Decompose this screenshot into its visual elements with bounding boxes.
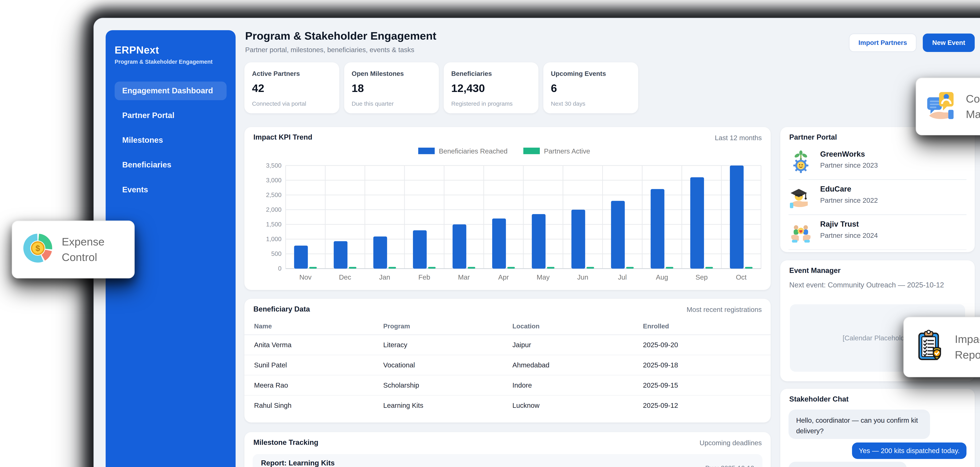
sidebar-item-engagement-dashboard[interactable]: Engagement Dashboard [115, 81, 227, 100]
kpi-card-beneficiaries: Beneficiaries12,430Registered in program… [444, 62, 539, 113]
brand-subtitle: Program & Stakeholder Engagement [115, 59, 227, 65]
bar-partners-mar [468, 267, 475, 269]
sidebar-item-beneficiaries[interactable]: Beneficiaries [115, 156, 227, 174]
bar-beneficiaries-jun [571, 210, 585, 269]
table-cell: 2025-09-12 [643, 402, 771, 410]
expense-control-badge[interactable]: $ Expense Control [12, 221, 135, 278]
table-row[interactable]: Rahul SinghLearning KitsLucknow2025-09-1… [244, 395, 771, 415]
table-cell: Vocational [383, 361, 512, 369]
chat-message-outgoing: Yes — 200 kits dispatched today. [852, 443, 966, 459]
svg-text:Nov: Nov [299, 273, 312, 281]
table-row[interactable]: Meera RaoScholarshipIndore2025-09-15 [244, 375, 771, 395]
sidebar-nav: Engagement DashboardPartner PortalMilest… [115, 81, 227, 199]
chat-message-incoming: Hello, coordinator — can you confirm kit… [789, 410, 930, 439]
svg-text:Mar: Mar [458, 273, 470, 281]
table-cell: Jaipur [512, 341, 643, 349]
bar-beneficiaries-may [532, 214, 546, 269]
svg-text:Jan: Jan [379, 273, 390, 281]
svg-text:Feb: Feb [418, 273, 430, 281]
bar-beneficiaries-apr [492, 218, 506, 269]
kpi-value: 6 [551, 82, 557, 94]
calendar-placeholder-text: [Calendar Placeholder] [843, 334, 913, 342]
kpi-caption: Registered in programs [451, 100, 512, 107]
table-cell: Indore [512, 381, 643, 389]
brand-title: ERPNext [115, 44, 227, 56]
kpi-card-open-milestones: Open Milestones18Due this quarter [344, 62, 439, 113]
kpi-caption: Connected via portal [252, 100, 306, 107]
svg-text:Jun: Jun [577, 273, 589, 281]
table-col-program: Program [383, 322, 512, 330]
bar-beneficiaries-jul [611, 201, 625, 269]
kpi-card-upcoming-events: Upcoming Events6Next 30 days [543, 62, 638, 113]
divider [789, 214, 966, 215]
svg-text:Partners Active: Partners Active [544, 147, 590, 155]
svg-text:Apr: Apr [498, 273, 509, 281]
partner-item-greenworks[interactable]: GreenWorksPartner since 2023 [789, 148, 966, 179]
stakeholder-chat-card: Stakeholder Chat Hello, coordinator — ca… [780, 389, 975, 467]
svg-text:500: 500 [271, 250, 282, 257]
screenshot-stage: ERPNext Program & Stakeholder Engagement… [0, 0, 980, 467]
table-body: Anita VermaLiteracyJaipur2025-09-20Sunil… [244, 335, 771, 415]
kpi-label: Active Partners [252, 70, 300, 77]
table-cell: Ahmedabad [512, 361, 643, 369]
svg-text:2,000: 2,000 [266, 206, 282, 213]
bar-beneficiaries-mar [453, 225, 466, 269]
bar-beneficiaries-aug [651, 189, 665, 269]
kpi-caption: Next 30 days [551, 100, 585, 107]
kpi-label: Open Milestones [352, 70, 404, 77]
new-event-button[interactable]: New Event [923, 33, 975, 52]
table-cell: Meera Rao [254, 381, 383, 389]
next-event-text: Next event: Community Outreach — 2025-10… [789, 281, 966, 289]
partner-since: Partner since 2022 [820, 196, 878, 204]
chat-message-partial [789, 462, 907, 467]
growth-gear-icon [789, 149, 813, 174]
sidebar-item-milestones[interactable]: Milestones [115, 131, 227, 150]
bar-partners-may [547, 267, 555, 269]
bar-partners-feb [428, 267, 436, 269]
partner-name: GreenWorks [820, 150, 865, 158]
bar-beneficiaries-feb [413, 230, 427, 269]
chart-title: Impact KPI Trend [253, 133, 312, 141]
bar-beneficiaries-oct [730, 166, 744, 269]
bar-partners-jul [626, 267, 634, 269]
table-cell: 2025-09-18 [643, 361, 771, 369]
milestone-item[interactable]: Report: Learning Kits Due: 2025-10-10 [253, 454, 762, 467]
divider [789, 249, 966, 250]
bar-beneficiaries-jan [373, 236, 387, 269]
milestone-title: Milestone Tracking [253, 438, 318, 446]
kpi-value: 12,430 [451, 82, 485, 94]
badge-label: Expense Control [62, 234, 124, 265]
event-manager-title: Event Manager [789, 266, 841, 275]
badge-label: Impact Reporting [955, 332, 980, 362]
sidebar-item-partner-portal[interactable]: Partner Portal [115, 106, 227, 125]
bar-partners-jan [388, 267, 396, 269]
table-cell: 2025-09-15 [643, 381, 771, 389]
bar-partners-nov [309, 267, 317, 269]
table-row[interactable]: Sunil PatelVocationalAhmedabad2025-09-18 [244, 355, 771, 375]
svg-text:2,500: 2,500 [266, 191, 282, 198]
svg-text:1,500: 1,500 [266, 221, 282, 228]
impact-kpi-trend-card: Impact KPI Trend Last 12 months Benefici… [244, 127, 771, 290]
partner-since: Partner since 2024 [820, 231, 878, 239]
impact-reporting-badge[interactable]: Impact Reporting [904, 317, 980, 377]
graduation-hand-icon [789, 184, 813, 209]
partner-item-educare[interactable]: EduCarePartner since 2022 [789, 183, 966, 214]
compliance-chat-hand-icon [926, 89, 958, 124]
svg-text:3,000: 3,000 [266, 177, 282, 184]
kpi-card-active-partners: Active Partners42Connected via portal [244, 62, 339, 113]
partner-portal-card: Partner Portal GreenWorksPartner since 2… [780, 127, 975, 252]
table-row[interactable]: Anita VermaLiteracyJaipur2025-09-20 [244, 335, 771, 355]
svg-text:Beneficiaries Reached: Beneficiaries Reached [439, 147, 508, 155]
partner-item-rajiv-trust[interactable]: Rajiv TrustPartner since 2024 [789, 218, 966, 249]
import-partners-button[interactable]: Import Partners [849, 33, 916, 52]
compliance-management-badge[interactable]: Compliance Management [916, 78, 980, 135]
table-cell: Literacy [383, 341, 512, 349]
impact-clipboard-icon [913, 329, 947, 365]
beneficiary-table: NameProgramLocationEnrolled Anita VermaL… [244, 318, 771, 415]
partner-portal-title: Partner Portal [789, 133, 837, 141]
svg-text:Aug: Aug [656, 273, 668, 281]
sidebar-item-events[interactable]: Events [115, 180, 227, 199]
kpi-value: 18 [352, 82, 364, 94]
table-cell: Sunil Patel [254, 361, 383, 369]
partner-since: Partner since 2023 [820, 161, 878, 169]
